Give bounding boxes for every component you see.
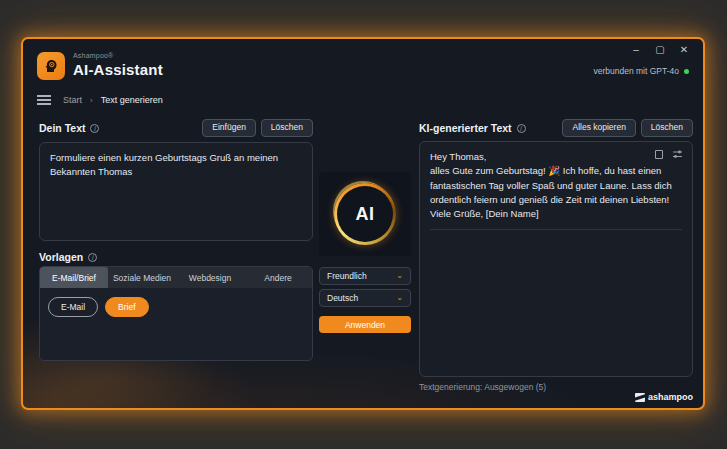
tab-andere[interactable]: Andere xyxy=(244,267,312,288)
head-gear-icon xyxy=(42,57,60,75)
window-controls: – ▢ ✕ xyxy=(627,42,693,57)
copy-all-button[interactable]: Alles kopieren xyxy=(562,119,635,136)
hamburger-menu-icon[interactable] xyxy=(37,95,51,105)
template-pill-email[interactable]: E-Mail xyxy=(48,297,98,317)
templates-tab-bar: E-Mail/Brief Soziale Medien Webdesign An… xyxy=(40,267,312,288)
info-icon[interactable]: i xyxy=(90,124,99,133)
output-inline-actions xyxy=(655,149,683,160)
app-window: – ▢ ✕ Ashampoo® AI-Assistant verbunden m… xyxy=(21,37,705,410)
paste-button[interactable]: Einfügen xyxy=(202,119,256,136)
tab-email-brief[interactable]: E-Mail/Brief xyxy=(40,267,108,288)
info-icon[interactable]: i xyxy=(88,253,97,262)
output-text: Hey Thomas, alles Gute zum Geburtstag! 🎉… xyxy=(430,150,682,221)
connection-status-dot xyxy=(684,69,689,74)
clear-input-button[interactable]: Löschen xyxy=(261,119,313,136)
tone-select-value: Freundlich xyxy=(327,271,367,281)
templates-panel: E-Mail/Brief Soziale Medien Webdesign An… xyxy=(39,266,313,361)
info-icon[interactable]: i xyxy=(517,124,526,133)
generation-status: Textgenerierung: Ausgewogen (5) xyxy=(419,382,546,392)
ai-logo-panel: AI xyxy=(319,172,411,256)
output-panel-header: KI-generierter Text i Alles kopieren Lös… xyxy=(419,119,693,137)
footer-brand-label: ashampoo xyxy=(648,392,693,402)
breadcrumb-start[interactable]: Start xyxy=(63,95,82,105)
ai-ring-icon: AI xyxy=(334,183,396,245)
copy-icon[interactable] xyxy=(655,150,663,159)
breadcrumb: Start › Text generieren xyxy=(63,95,163,105)
ai-badge-label: AI xyxy=(356,204,375,225)
breadcrumb-current: Text generieren xyxy=(101,95,163,105)
output-divider xyxy=(430,229,682,230)
language-select[interactable]: Deutsch ⌄ xyxy=(319,289,411,307)
apply-button[interactable]: Anwenden xyxy=(319,316,411,333)
close-button[interactable]: ✕ xyxy=(675,42,693,57)
app-title: AI-Assistant xyxy=(73,61,163,78)
chevron-down-icon: ⌄ xyxy=(396,272,403,280)
clear-output-button[interactable]: Löschen xyxy=(641,119,693,136)
template-pill-row: E-Mail Brief xyxy=(40,288,312,326)
input-panel-header: Dein Text i Einfügen Löschen xyxy=(39,119,313,137)
breadcrumb-separator-icon: › xyxy=(90,96,93,105)
brand-name: Ashampoo® xyxy=(73,52,113,59)
app-logo-icon xyxy=(37,52,65,80)
language-select-value: Deutsch xyxy=(327,293,358,303)
footer-brand: ashampoo xyxy=(635,392,693,402)
ashampoo-logo-icon xyxy=(635,393,645,402)
chevron-down-icon: ⌄ xyxy=(396,294,403,302)
desktop-background: – ▢ ✕ Ashampoo® AI-Assistant verbunden m… xyxy=(0,0,727,449)
connection-status: verbunden mit GPT-4o xyxy=(593,66,689,76)
tone-select[interactable]: Freundlich ⌄ xyxy=(319,267,411,285)
output-line: Hey Thomas, xyxy=(430,150,682,164)
templates-header: Vorlagen i xyxy=(39,248,313,266)
templates-title: Vorlagen xyxy=(39,251,83,263)
tab-webdesign[interactable]: Webdesign xyxy=(176,267,244,288)
input-panel-title: Dein Text xyxy=(39,122,85,134)
tab-soziale-medien[interactable]: Soziale Medien xyxy=(108,267,176,288)
output-panel-title: KI-generierter Text xyxy=(419,122,512,134)
minimize-button[interactable]: – xyxy=(627,42,645,57)
connection-status-label: verbunden mit GPT-4o xyxy=(593,66,679,76)
output-textarea[interactable]: Hey Thomas, alles Gute zum Geburtstag! 🎉… xyxy=(419,141,693,377)
maximize-button[interactable]: ▢ xyxy=(651,42,669,57)
input-textarea[interactable]: Formuliere einen kurzen Geburtstags Gruß… xyxy=(39,142,313,241)
tune-icon[interactable] xyxy=(672,149,683,160)
output-line: alles Gute zum Geburtstag! 🎉 Ich hoffe, … xyxy=(430,164,682,207)
output-line: Viele Grüße, [Dein Name] xyxy=(430,207,682,221)
template-pill-brief[interactable]: Brief xyxy=(105,297,148,317)
